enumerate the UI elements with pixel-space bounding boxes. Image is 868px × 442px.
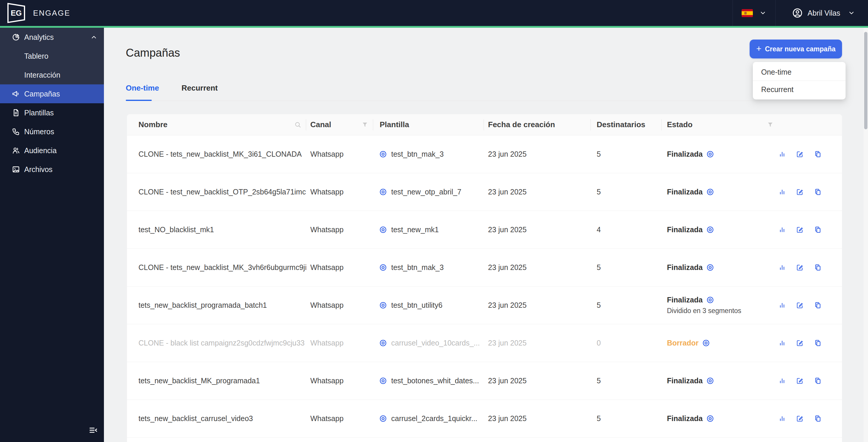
preview-template-icon[interactable] [379,226,387,234]
table-row[interactable]: tets_new_backlist_MK_programada1 Whatsap… [127,362,842,400]
table-row[interactable]: test_NO_blacklist_mk1 Whatsapp test_new_… [127,211,842,249]
phone-icon [12,128,20,136]
table-row[interactable]: tets_new_backlist_carrusel_video3 Whatsa… [127,400,842,438]
sidebar-item-archivos[interactable]: Archivos [0,160,104,179]
copy-icon[interactable] [814,263,822,272]
image-icon [12,165,20,173]
status-preview-icon[interactable] [706,414,714,422]
column-header-estado[interactable]: Estado [662,114,779,135]
status-preview-icon[interactable] [706,296,714,304]
table-row[interactable]: CLONE - tets_new_backlist_MK_3vh6r6ubgur… [127,249,842,286]
column-header-destinatarios[interactable]: Destinatarios [591,114,662,135]
template-name[interactable]: test_new_mk1 [391,226,439,234]
sidebar-item-label: Interacción [24,71,60,79]
template-name[interactable]: carrusel_2cards_1quickr... [391,414,477,423]
sidebar-item-audiencia[interactable]: Audiencia [0,141,104,160]
preview-template-icon[interactable] [379,339,387,347]
header-label: Plantilla [380,120,409,129]
stats-icon[interactable] [779,376,786,385]
column-header-canal[interactable]: Canal [306,114,373,135]
column-header-fecha[interactable]: Fecha de creación [484,114,591,135]
copy-icon[interactable] [814,225,822,234]
table-row[interactable]: CLONE - black list campaignz2sg0cdzfwjmc… [127,324,842,362]
edit-icon[interactable] [796,414,803,423]
copy-icon[interactable] [814,376,822,385]
template-name[interactable]: test_btn_mak_3 [391,263,444,272]
preview-template-icon[interactable] [379,188,387,196]
channel-value: Whatsapp [310,301,344,309]
user-menu[interactable]: Abril Vilas [776,0,868,26]
plus-icon: + [756,44,762,53]
copy-icon[interactable] [814,149,822,159]
stats-icon[interactable] [779,301,786,310]
stats-icon[interactable] [779,225,786,234]
preview-template-icon[interactable] [379,377,387,385]
status-preview-icon[interactable] [706,264,714,271]
tab-one-time[interactable]: One-time [126,83,159,100]
user-avatar-icon [792,8,803,18]
menu-item-recurrent[interactable]: Recurrent [753,81,845,98]
template-name[interactable]: test_btn_mak_3 [391,150,444,159]
preview-template-icon[interactable] [379,150,387,158]
edit-icon[interactable] [796,149,803,159]
sidebar-item-tablero[interactable]: Tablero [0,46,104,66]
stats-icon[interactable] [779,188,786,197]
filter-icon[interactable] [361,121,368,128]
search-icon[interactable] [294,121,302,128]
language-selector[interactable] [733,0,776,26]
header-label: Destinatarios [597,120,645,129]
scrollbar-thumb[interactable] [864,32,867,129]
status-preview-icon[interactable] [706,188,714,196]
edit-icon[interactable] [796,225,803,234]
campaign-name: CLONE - black list campaignz2sg0cdzfwjmc… [138,339,305,347]
channel-value: Whatsapp [310,414,344,423]
preview-template-icon[interactable] [379,264,387,271]
tab-recurrent[interactable]: Recurrent [182,83,218,100]
sidebar-item-numeros[interactable]: Números [0,122,104,141]
edit-icon[interactable] [796,301,803,310]
sidebar-item-interaccion[interactable]: Interacción [0,66,104,84]
status-preview-icon[interactable] [706,377,714,385]
menu-item-one-time[interactable]: One-time [753,63,845,80]
stats-icon[interactable] [779,149,786,159]
preview-template-icon[interactable] [379,301,387,309]
template-name[interactable]: test_new_otp_abril_7 [391,188,461,196]
column-header-nombre[interactable]: Nombre [127,114,306,135]
sidebar-collapse-button[interactable] [87,424,100,437]
campaign-name: CLONE - tets_new_backlist_MK_3i61_CLONAD… [138,150,302,159]
stats-icon[interactable] [779,338,786,348]
copy-icon[interactable] [814,338,822,348]
filter-icon[interactable] [767,121,774,128]
copy-icon[interactable] [814,301,822,310]
table-row[interactable]: CLONE - tets_new_backlist_MK_3i61_CLONAD… [127,135,842,173]
column-header-plantilla[interactable]: Plantilla [373,114,484,135]
table-row[interactable]: tets_new_backlist_programada_batch1 What… [127,286,842,324]
sidebar-item-plantillas[interactable]: Plantillas [0,103,104,122]
sidebar-item-label: Tablero [24,52,49,61]
table-row[interactable]: CLONE - test_new_backlist_OTP_2sb64g5la7… [127,173,842,211]
preview-template-icon[interactable] [379,414,387,422]
stats-icon[interactable] [779,263,786,272]
status-preview-icon[interactable] [706,150,714,158]
copy-icon[interactable] [814,188,822,197]
status-preview-icon[interactable] [706,226,714,234]
edit-icon[interactable] [796,338,803,348]
edit-icon[interactable] [796,376,803,385]
campaign-name: tets_new_backlist_MK_programada1 [138,376,260,385]
edit-icon[interactable] [796,188,803,197]
status-label: Finalizada [667,414,703,423]
create-campaign-button[interactable]: + Crear nueva campaña [750,39,842,59]
edit-icon[interactable] [796,263,803,272]
copy-icon[interactable] [814,414,822,423]
status-preview-icon[interactable] [702,339,710,347]
template-name[interactable]: carrusel_video_10cards_... [391,339,480,347]
creation-date: 23 jun 2025 [488,263,527,272]
stats-icon[interactable] [779,414,786,423]
template-name[interactable]: test_botones_whit_dates... [391,376,479,385]
campaign-name: tets_new_backlist_programada_batch1 [138,301,267,309]
sidebar-item-analytics[interactable]: Analytics [0,28,104,46]
scrollbar-track[interactable] [864,28,868,442]
template-name[interactable]: test_btn_utility6 [391,301,442,309]
sidebar-item-campanas[interactable]: Campañas [0,84,104,103]
people-icon [12,146,20,155]
